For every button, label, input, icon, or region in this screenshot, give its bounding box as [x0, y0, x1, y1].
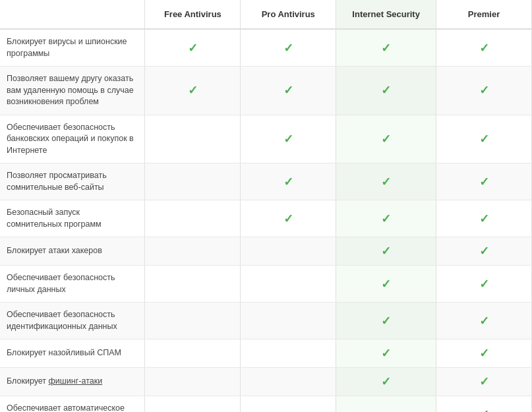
check-icon: ✓ [188, 42, 198, 55]
free-cell [145, 396, 241, 413]
feature-cell: Блокирует атаки хакеров [0, 237, 145, 266]
premier-cell: ✓ [436, 396, 532, 413]
check-icon: ✓ [479, 175, 489, 189]
premier-cell: ✓ [436, 303, 532, 339]
internet-cell: ✓ [336, 303, 436, 339]
table-row: Безопасный запуск сомнительных программ✓… [0, 200, 532, 237]
feature-cell: Обеспечивает автоматическое обновление п… [0, 396, 145, 413]
internet-cell: ✓ [336, 368, 436, 396]
pro-cell: ✓ [241, 67, 336, 115]
table-row: Позволяет просматривать сомнительные веб… [0, 163, 532, 200]
feature-cell: Блокирует назойливый СПАМ [0, 339, 145, 368]
free-cell: ✓ [145, 67, 241, 115]
premier-cell: ✓ [436, 163, 532, 200]
internet-cell: ✓ [336, 29, 436, 67]
comparison-table: Free Antivirus Pro Antivirus Internet Se… [0, 0, 532, 412]
check-icon: ✓ [381, 212, 391, 225]
feature-cell: Обеспечивает безопасность банковских опе… [0, 115, 145, 163]
free-cell [145, 237, 241, 266]
pro-antivirus-header: Pro Antivirus [241, 0, 336, 29]
check-icon: ✓ [283, 42, 293, 55]
check-icon: ✓ [479, 314, 489, 328]
table-row: Блокирует вирусы и шпионские программы✓✓… [0, 29, 532, 67]
table-row: Позволяет вашему другу оказать вам удале… [0, 67, 532, 115]
check-icon: ✓ [381, 375, 391, 388]
feature-cell: Блокирует вирусы и шпионские программы [0, 29, 145, 67]
phishing-link[interactable]: фишинг-атаки [49, 376, 103, 386]
internet-cell: ✓ [336, 266, 436, 303]
internet-cell: ✓ [336, 339, 436, 368]
pro-cell: ✓ [241, 200, 336, 237]
premier-cell: ✓ [436, 29, 532, 67]
free-cell [145, 200, 241, 237]
check-icon: ✓ [479, 375, 489, 388]
check-icon: ✓ [381, 132, 391, 146]
internet-security-header: Internet Security [336, 0, 436, 29]
check-icon: ✓ [283, 175, 293, 189]
premier-cell: ✓ [436, 200, 532, 237]
pro-cell: ✓ [241, 163, 336, 200]
check-icon: ✓ [479, 408, 489, 413]
check-icon: ✓ [479, 132, 489, 146]
table-row: Обеспечивает автоматическое обновление п… [0, 396, 532, 413]
table-row: Блокирует атаки хакеров✓✓ [0, 237, 532, 266]
table-row: Обеспечивает безопасность банковских опе… [0, 115, 532, 163]
table-row: Обеспечивает безопасность идентификацион… [0, 303, 532, 339]
internet-cell: ✓ [336, 237, 436, 266]
check-icon: ✓ [283, 84, 293, 97]
check-icon: ✓ [381, 314, 391, 328]
check-icon: ✓ [381, 175, 391, 189]
check-icon: ✓ [283, 132, 293, 146]
pro-cell [241, 368, 336, 396]
internet-cell: ✓ [336, 163, 436, 200]
check-icon: ✓ [188, 84, 198, 97]
free-cell [145, 339, 241, 368]
table-row: Блокирует фишинг-атаки✓✓ [0, 368, 532, 396]
check-icon: ✓ [479, 245, 489, 258]
table-row: Обеспечивает безопасность личных данных✓… [0, 266, 532, 303]
premier-cell: ✓ [436, 115, 532, 163]
feature-cell: Обеспечивает безопасность идентификацион… [0, 303, 145, 339]
check-icon: ✓ [381, 42, 391, 55]
pro-cell [241, 396, 336, 413]
table-header-row: Free Antivirus Pro Antivirus Internet Se… [0, 0, 532, 29]
premier-cell: ✓ [436, 67, 532, 115]
premier-cell: ✓ [436, 237, 532, 266]
free-cell [145, 368, 241, 396]
free-cell [145, 163, 241, 200]
internet-cell: ✓ [336, 67, 436, 115]
internet-cell: ✓ [336, 200, 436, 237]
check-icon: ✓ [283, 212, 293, 225]
pro-cell [241, 266, 336, 303]
check-icon: ✓ [479, 84, 489, 97]
check-icon: ✓ [479, 347, 489, 360]
feature-header [0, 0, 145, 29]
pro-cell [241, 339, 336, 368]
premier-cell: ✓ [436, 339, 532, 368]
check-icon: ✓ [479, 42, 489, 55]
internet-cell: ✓ [336, 115, 436, 163]
pro-cell: ✓ [241, 115, 336, 163]
pro-cell: ✓ [241, 29, 336, 67]
check-icon: ✓ [381, 245, 391, 258]
free-cell: ✓ [145, 29, 241, 67]
internet-cell [336, 396, 436, 413]
feature-cell: Безопасный запуск сомнительных программ [0, 200, 145, 237]
table-row: Блокирует назойливый СПАМ✓✓ [0, 339, 532, 368]
premier-cell: ✓ [436, 368, 532, 396]
check-icon: ✓ [381, 278, 391, 291]
free-antivirus-header: Free Antivirus [145, 0, 241, 29]
check-icon: ✓ [479, 212, 489, 225]
pro-cell [241, 237, 336, 266]
check-icon: ✓ [381, 347, 391, 360]
free-cell [145, 115, 241, 163]
feature-cell: Позволяет просматривать сомнительные веб… [0, 163, 145, 200]
free-cell [145, 303, 241, 339]
feature-cell: Обеспечивает безопасность личных данных [0, 266, 145, 303]
premier-header: Premier [436, 0, 532, 29]
check-icon: ✓ [479, 278, 489, 291]
check-icon: ✓ [381, 84, 391, 97]
pro-cell [241, 303, 336, 339]
feature-cell: Позволяет вашему другу оказать вам удале… [0, 67, 145, 115]
feature-cell: Блокирует фишинг-атаки [0, 368, 145, 396]
